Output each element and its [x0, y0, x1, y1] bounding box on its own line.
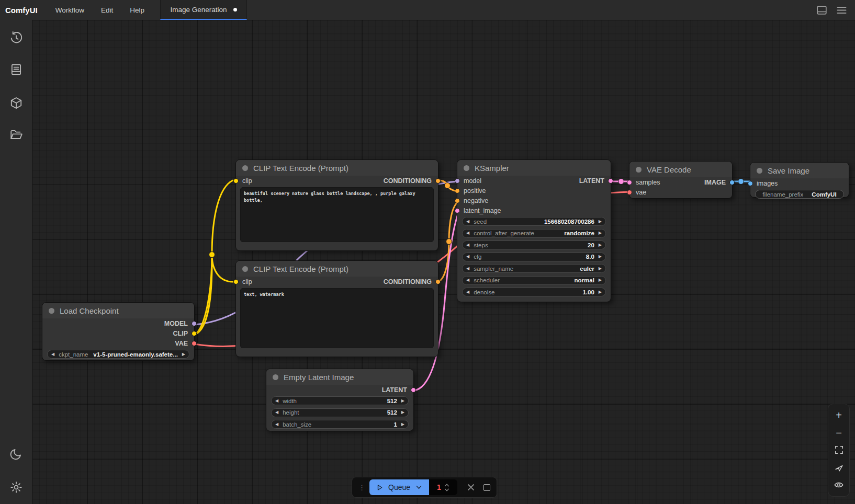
node-header[interactable]: Save Image: [750, 163, 849, 178]
widget-ckpt-name[interactable]: ◀ ckpt_name v1-5-pruned-emaonly.safete..…: [47, 350, 189, 359]
input-port-negative[interactable]: [455, 198, 460, 203]
decrement-icon[interactable]: ◀: [466, 290, 469, 294]
input-label: clip: [242, 177, 252, 185]
increment-icon[interactable]: ▶: [401, 422, 404, 427]
node-empty-latent-image[interactable]: Empty Latent Image LATENT ◀ width 512 ▶ …: [266, 369, 414, 431]
node-library-button[interactable]: [6, 59, 27, 80]
output-port-clip[interactable]: [192, 331, 197, 336]
decrement-icon[interactable]: ◀: [466, 220, 469, 224]
model-library-button[interactable]: [6, 93, 27, 113]
decrement-icon[interactable]: ◀: [275, 399, 278, 403]
widget-denoise[interactable]: ◀ denoise 1.00 ▶: [462, 288, 606, 296]
theme-toggle-button[interactable]: [6, 443, 27, 464]
node-status-dot: [464, 165, 469, 171]
bottom-panel-toggle-icon[interactable]: [815, 4, 828, 16]
node-vae-decode[interactable]: VAE Decode samples IMAGE vae: [629, 161, 733, 199]
select-mode-button[interactable]: [833, 461, 845, 474]
prev-value-icon[interactable]: ◀: [466, 278, 469, 282]
input-label: images: [757, 180, 778, 187]
next-value-icon[interactable]: ▶: [599, 278, 602, 282]
clear-queue-button[interactable]: [466, 482, 476, 492]
prompt-textarea[interactable]: text, watermark: [240, 288, 434, 348]
prev-value-icon[interactable]: ◀: [51, 352, 54, 357]
node-clip-text-encode-positive[interactable]: CLIP Text Encode (Prompt) clip CONDITION…: [235, 159, 438, 251]
widget-batch-size[interactable]: ◀ batch_size 1 ▶: [271, 420, 409, 429]
stop-button[interactable]: [483, 484, 490, 491]
node-header[interactable]: Empty Latent Image: [266, 369, 413, 385]
settings-button[interactable]: [6, 477, 27, 498]
output-port-model[interactable]: [192, 321, 197, 326]
widget-steps[interactable]: ◀ steps 20 ▶: [462, 240, 606, 249]
next-value-icon[interactable]: ▶: [182, 352, 185, 357]
input-port-latent-image[interactable]: [455, 208, 460, 213]
queue-button[interactable]: Queue: [369, 479, 429, 495]
increment-icon[interactable]: ▶: [401, 410, 404, 415]
widget-control-after-generate[interactable]: ◀ control_after_generate randomize ▶: [462, 229, 606, 238]
node-header[interactable]: VAE Decode: [629, 162, 732, 177]
input-port-model[interactable]: [455, 178, 460, 184]
output-port-latent[interactable]: [411, 387, 416, 393]
widget-filename-prefix[interactable]: filename_prefix ComfyUI: [755, 190, 844, 199]
next-value-icon[interactable]: ▶: [599, 267, 602, 271]
hamburger-menu-icon[interactable]: [835, 4, 848, 16]
batch-count-stepper[interactable]: [444, 484, 449, 491]
fit-view-button[interactable]: [833, 444, 845, 456]
output-port-conditioning[interactable]: [435, 178, 441, 184]
input-port-images[interactable]: [748, 181, 753, 186]
input-port-clip[interactable]: [233, 279, 239, 284]
node-graph-canvas[interactable]: [32, 20, 855, 504]
prompt-textarea[interactable]: beautiful scenery nature glass bottle la…: [240, 187, 434, 242]
prev-value-icon[interactable]: ◀: [466, 267, 469, 271]
output-port-conditioning[interactable]: [435, 279, 441, 284]
workflow-tab[interactable]: Image Generation: [160, 0, 247, 20]
input-label: clip: [242, 278, 252, 285]
decrement-icon[interactable]: ◀: [275, 422, 278, 427]
batch-count-input[interactable]: 1: [429, 479, 457, 495]
input-port-positive[interactable]: [455, 188, 460, 193]
workflows-folder-button[interactable]: [6, 124, 27, 145]
widget-cfg[interactable]: ◀ cfg 8.0 ▶: [462, 253, 606, 261]
menu-help[interactable]: Help: [121, 0, 153, 20]
increment-icon[interactable]: ▶: [599, 290, 602, 294]
widget-seed[interactable]: ◀ seed 156680208700286 ▶: [462, 217, 606, 226]
output-port-latent[interactable]: [608, 178, 613, 184]
node-header[interactable]: CLIP Text Encode (Prompt): [236, 261, 438, 277]
workflow-history-button[interactable]: [6, 27, 27, 48]
widget-scheduler[interactable]: ◀ scheduler normal ▶: [462, 276, 606, 285]
increment-icon[interactable]: ▶: [599, 220, 602, 224]
decrement-icon[interactable]: ◀: [466, 243, 469, 247]
widget-width[interactable]: ◀ width 512 ▶: [271, 396, 409, 405]
node-header[interactable]: CLIP Text Encode (Prompt): [236, 160, 438, 176]
node-header[interactable]: KSampler: [457, 160, 611, 176]
increment-icon[interactable]: ▶: [599, 243, 602, 247]
node-header[interactable]: Load Checkpoint: [42, 303, 194, 318]
zoom-in-button[interactable]: +: [833, 409, 845, 421]
node-ksampler[interactable]: KSampler model LATENT positive negative …: [457, 159, 611, 302]
unsaved-changes-dot[interactable]: [233, 8, 237, 12]
increment-icon[interactable]: ▶: [599, 255, 602, 259]
input-port-samples[interactable]: [627, 180, 632, 185]
node-clip-text-encode-negative[interactable]: CLIP Text Encode (Prompt) clip CONDITION…: [235, 260, 438, 357]
increment-icon[interactable]: ▶: [401, 399, 404, 403]
toggle-visibility-button[interactable]: [833, 479, 845, 491]
menu-edit[interactable]: Edit: [93, 0, 121, 20]
node-save-image[interactable]: Save Image images filename_prefix ComfyU…: [750, 162, 849, 198]
drag-handle[interactable]: ⋮: [358, 484, 365, 491]
prev-value-icon[interactable]: ◀: [466, 231, 469, 235]
menu-workflow[interactable]: Workflow: [47, 0, 93, 20]
input-port-clip[interactable]: [233, 178, 239, 184]
node-load-checkpoint[interactable]: Load Checkpoint MODEL CLIP VAE ◀ ckpt_na…: [42, 302, 195, 361]
decrement-icon[interactable]: ◀: [275, 410, 278, 415]
decrement-icon[interactable]: ◀: [466, 255, 469, 259]
node-status-dot: [242, 165, 248, 171]
zoom-out-button[interactable]: −: [833, 427, 845, 439]
output-port-image[interactable]: [729, 180, 735, 185]
widget-label: filename_prefix: [762, 191, 803, 198]
output-port-vae[interactable]: [192, 341, 197, 346]
widget-height[interactable]: ◀ height 512 ▶: [271, 408, 409, 417]
input-port-vae[interactable]: [627, 190, 632, 195]
widget-sampler-name[interactable]: ◀ sampler_name euler ▶: [462, 264, 606, 273]
chevron-down-icon[interactable]: [415, 484, 423, 490]
widget-value: 1.00: [582, 289, 594, 295]
next-value-icon[interactable]: ▶: [599, 231, 602, 235]
